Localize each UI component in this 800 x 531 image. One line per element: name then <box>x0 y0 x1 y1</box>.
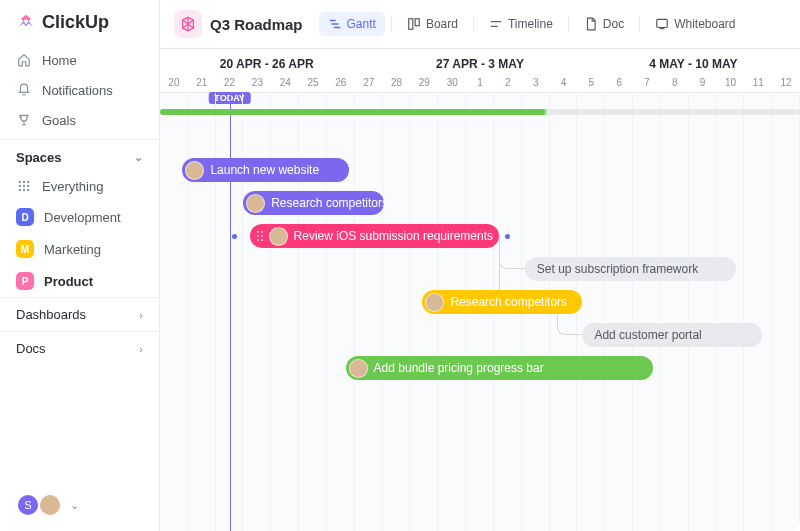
svg-point-0 <box>19 181 20 182</box>
day-label: 20 <box>160 75 188 90</box>
week-label: 4 MAY - 10 MAY <box>587 57 800 71</box>
tab-gantt[interactable]: Gantt <box>319 12 385 36</box>
tab-doc[interactable]: Doc <box>575 12 633 36</box>
nav-dashboards[interactable]: Dashboards › <box>0 297 159 331</box>
week-label: 27 APR - 3 MAY <box>373 57 586 71</box>
gantt-body[interactable]: Launch new websiteResearch competitorsRe… <box>160 93 800 531</box>
gantt-task[interactable]: Research competitors <box>243 191 384 215</box>
board-icon <box>407 17 421 31</box>
tab-timeline-label: Timeline <box>508 17 553 31</box>
gantt-task[interactable]: Set up subscription framework <box>525 257 736 281</box>
nav-goals[interactable]: Goals <box>0 105 159 135</box>
timeline-icon <box>489 17 503 31</box>
assignee-avatar <box>349 359 368 378</box>
divider <box>568 16 569 32</box>
main-content: Q3 Roadmap Gantt Board Timeline <box>160 0 800 531</box>
spaces-heading-label: Spaces <box>16 150 62 165</box>
day-label: 24 <box>271 75 299 90</box>
divider <box>473 16 474 32</box>
chevron-down-icon: ⌄ <box>134 151 143 164</box>
gantt-task[interactable]: Launch new website <box>182 158 348 182</box>
space-badge: D <box>16 208 34 226</box>
connector-dot[interactable] <box>505 234 510 239</box>
brand-logo[interactable]: ClickUp <box>0 0 159 41</box>
home-icon <box>16 52 32 68</box>
space-label: Development <box>44 210 121 225</box>
chevron-right-icon: › <box>139 309 143 321</box>
connector-dot[interactable] <box>232 234 237 239</box>
task-label: Research competitors <box>450 295 567 309</box>
sidebar-space-marketing[interactable]: MMarketing <box>0 233 159 265</box>
trophy-icon <box>16 112 32 128</box>
gantt-task[interactable]: Review iOS submission requirements <box>250 224 500 248</box>
tab-whiteboard[interactable]: Whiteboard <box>646 12 744 36</box>
day-label: 22 <box>216 75 244 90</box>
sidebar-space-product[interactable]: PProduct <box>0 265 159 297</box>
task-label: Add bundle pricing progress bar <box>374 361 544 375</box>
svg-point-5 <box>28 185 29 186</box>
gantt-task[interactable]: Add customer portal <box>582 323 761 347</box>
spaces-heading[interactable]: Spaces ⌄ <box>0 139 159 171</box>
nav-docs-label: Docs <box>16 341 46 356</box>
chevron-down-icon: ⌄ <box>70 499 79 512</box>
grid-icon <box>16 178 32 194</box>
sidebar: ClickUp Home Notifications Goals Spaces … <box>0 0 160 531</box>
nav-home-label: Home <box>42 53 77 68</box>
assignee-avatar <box>425 293 444 312</box>
svg-point-8 <box>28 190 29 191</box>
day-label: 4 <box>550 75 578 90</box>
day-label: 27 <box>355 75 383 90</box>
day-label: 25 <box>299 75 327 90</box>
day-label: 10 <box>717 75 745 90</box>
day-label: 1 <box>466 75 494 90</box>
user-avatars[interactable]: S ⌄ <box>0 493 159 531</box>
day-label: 3 <box>522 75 550 90</box>
gantt-task[interactable]: Research competitors <box>422 290 582 314</box>
clickup-icon <box>16 13 36 33</box>
nav-notifications[interactable]: Notifications <box>0 75 159 105</box>
svg-point-6 <box>19 190 20 191</box>
divider <box>391 16 392 32</box>
nav-goals-label: Goals <box>42 113 76 128</box>
progress-bar <box>160 109 800 115</box>
drag-handle-icon[interactable] <box>253 231 263 241</box>
svg-rect-12 <box>409 19 413 30</box>
nav-everything[interactable]: Everything <box>0 171 159 201</box>
svg-point-7 <box>23 190 24 191</box>
day-label: 2 <box>494 75 522 90</box>
day-label: 30 <box>438 75 466 90</box>
nav-home[interactable]: Home <box>0 45 159 75</box>
gantt-icon <box>328 17 342 31</box>
task-label: Launch new website <box>210 163 319 177</box>
sidebar-space-development[interactable]: DDevelopment <box>0 201 159 233</box>
tab-timeline[interactable]: Timeline <box>480 12 562 36</box>
day-label: 21 <box>188 75 216 90</box>
task-label: Review iOS submission requirements <box>294 229 493 243</box>
tab-gantt-label: Gantt <box>347 17 376 31</box>
topbar: Q3 Roadmap Gantt Board Timeline <box>160 0 800 49</box>
nav-notifications-label: Notifications <box>42 83 113 98</box>
week-label: 20 APR - 26 APR <box>160 57 373 71</box>
divider <box>639 16 640 32</box>
whiteboard-icon <box>655 17 669 31</box>
space-label: Marketing <box>44 242 101 257</box>
gantt-task[interactable]: Add bundle pricing progress bar <box>346 356 653 380</box>
svg-point-2 <box>28 181 29 182</box>
day-label: 28 <box>383 75 411 90</box>
view-tabs: Gantt Board Timeline Doc <box>319 12 745 36</box>
nav-docs[interactable]: Docs › <box>0 331 159 365</box>
avatar <box>38 493 62 517</box>
tab-board-label: Board <box>426 17 458 31</box>
task-label: Set up subscription framework <box>537 262 698 276</box>
day-label: 6 <box>605 75 633 90</box>
day-label: 12 <box>772 75 800 90</box>
assignee-avatar <box>246 194 265 213</box>
assignee-avatar <box>185 161 204 180</box>
tab-board[interactable]: Board <box>398 12 467 36</box>
avatar: S <box>16 493 40 517</box>
nav-dashboards-label: Dashboards <box>16 307 86 322</box>
tab-doc-label: Doc <box>603 17 624 31</box>
page-badge-icon <box>174 10 202 38</box>
space-label: Product <box>44 274 93 289</box>
chevron-right-icon: › <box>139 343 143 355</box>
